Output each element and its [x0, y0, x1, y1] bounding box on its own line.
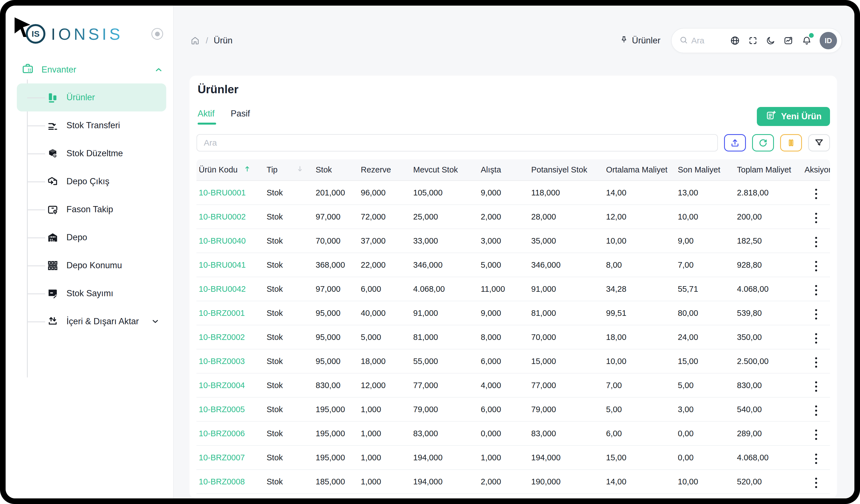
col-alista[interactable]: Alışta: [481, 159, 531, 181]
row-actions-kebab-icon[interactable]: [811, 210, 821, 226]
table-row[interactable]: 10-BRZ0008 Stok 185,000 1,000 194,000 2,…: [197, 470, 830, 494]
product-code-link[interactable]: 10-BRZ0007: [199, 453, 245, 462]
product-code-link[interactable]: 10-BRZ0004: [199, 381, 245, 390]
col-rezerve[interactable]: Rezerve: [361, 159, 413, 181]
table-row[interactable]: 10-BRZ0004 Stok 830,00 12,000 77,000 4,0…: [197, 373, 830, 397]
cell-potansiyel-stok: 35,000: [531, 229, 606, 253]
export-upload-button[interactable]: [724, 134, 746, 151]
table-search-input[interactable]: [197, 134, 718, 151]
row-actions-kebab-icon[interactable]: [811, 306, 821, 322]
dark-mode-moon-icon[interactable]: [765, 35, 776, 46]
activity-monitor-icon[interactable]: [783, 35, 794, 46]
cell-mevcut-stok: 77,000: [413, 373, 481, 397]
sidebar-collapse-toggle[interactable]: [152, 28, 163, 40]
sidebar-item-urunler[interactable]: Ürünler: [17, 84, 166, 112]
row-actions-kebab-icon[interactable]: [811, 379, 821, 395]
tab-aktif[interactable]: Aktif: [198, 109, 216, 124]
sidebar-item-stok-transferi[interactable]: Stok Transferi: [17, 112, 166, 139]
col-urun-kodu[interactable]: Ürün Kodu: [197, 159, 267, 181]
product-code-link[interactable]: 10-BRU0001: [199, 188, 246, 197]
cell-son-maliyet: 24,00: [678, 325, 737, 349]
cell-toplam-maliyet: 928,80: [737, 253, 804, 277]
row-actions-kebab-icon[interactable]: [811, 282, 821, 298]
table-row[interactable]: 10-BRZ0003 Stok 95,000 18,000 55,000 6,0…: [197, 349, 830, 373]
row-actions-kebab-icon[interactable]: [811, 258, 821, 274]
product-code-link[interactable]: 10-BRZ0002: [199, 332, 245, 342]
col-ortalama-maliyet[interactable]: Ortalama Maliyet: [606, 159, 678, 181]
table-row[interactable]: 10-BRZ0006 Stok 195,000 1,000 83,000 0,0…: [197, 421, 830, 445]
col-potansiyel-stok[interactable]: Potansiyel Stok: [531, 159, 606, 181]
fullscreen-icon[interactable]: [748, 35, 758, 46]
sidebar-item-depo-cikis[interactable]: Depo Çıkış: [17, 167, 166, 195]
product-code-link[interactable]: 10-BRU0040: [199, 236, 246, 245]
col-son-maliyet[interactable]: Son Maliyet: [678, 159, 737, 181]
cell-stok: 95,000: [316, 325, 361, 349]
col-toplam-maliyet[interactable]: Toplam Maliyet: [737, 159, 804, 181]
row-actions-kebab-icon[interactable]: [811, 355, 821, 370]
refresh-button[interactable]: [752, 134, 774, 151]
sidebar-section-envanter[interactable]: Envanter: [5, 60, 173, 79]
row-actions-kebab-icon[interactable]: [811, 451, 821, 467]
row-actions-kebab-icon[interactable]: [811, 403, 821, 419]
tab-pasif[interactable]: Pasif: [231, 109, 250, 124]
row-actions-kebab-icon[interactable]: [811, 330, 821, 346]
cell-ortalama-maliyet: 6,00: [606, 421, 678, 445]
cell-urun-kodu: 10-BRU0042: [197, 277, 267, 301]
sidebar-item-stok-sayimi[interactable]: Stok Sayımı: [17, 279, 166, 308]
product-code-link[interactable]: 10-BRZ0008: [199, 477, 245, 486]
product-code-link[interactable]: 10-BRU0041: [199, 261, 246, 269]
cell-alista: 1,000: [481, 445, 531, 470]
products-bars-icon: [46, 91, 59, 104]
row-actions-kebab-icon[interactable]: [811, 186, 821, 202]
product-code-link[interactable]: 10-BRU0002: [199, 212, 246, 221]
notifications-bell-icon[interactable]: [801, 35, 812, 46]
topbar-search-input[interactable]: [691, 36, 722, 45]
table-row[interactable]: 10-BRU0040 Stok 70,000 37,000 33,000 3,0…: [197, 229, 830, 253]
row-actions-kebab-icon[interactable]: [811, 475, 821, 491]
product-code-link[interactable]: 10-BRZ0001: [199, 309, 245, 317]
warehouse-out-icon: [46, 175, 59, 188]
cell-toplam-maliyet: 539,80: [737, 301, 804, 325]
table-row[interactable]: 10-BRZ0007 Stok 195,000 1,000 194,000 1,…: [197, 445, 830, 470]
cell-mevcut-stok: 105,000: [413, 181, 481, 205]
product-code-link[interactable]: 10-BRZ0006: [199, 429, 245, 438]
user-avatar[interactable]: ID: [820, 32, 837, 49]
columns-button[interactable]: [780, 134, 802, 151]
sidebar-item-fason-takip[interactable]: Fason Takip: [17, 195, 166, 223]
table-row[interactable]: 10-BRZ0002 Stok 95,000 5,000 81,000 8,00…: [197, 325, 830, 349]
cell-alista: 6,000: [481, 397, 531, 421]
table-header: Ürün Kodu Tip: [197, 159, 830, 181]
home-icon[interactable]: [190, 35, 200, 46]
col-stok[interactable]: Stok: [316, 159, 361, 181]
product-code-link[interactable]: 10-BRU0042: [199, 284, 246, 294]
table-row[interactable]: 10-BRZ0005 Stok 195,000 1,000 79,000 6,0…: [197, 397, 830, 421]
row-actions-kebab-icon[interactable]: [811, 427, 821, 443]
search-icon: [679, 35, 688, 46]
sidebar-item-iceri-disari-aktar[interactable]: İçeri & Dışarı Aktar: [17, 308, 166, 336]
table-row[interactable]: 10-BRU0041 Stok 368,000 22,000 346,000 5…: [197, 253, 830, 277]
table-row[interactable]: 10-BRU0002 Stok 97,000 72,000 25,000 2,0…: [197, 205, 830, 229]
cell-stok: 201,000: [316, 181, 361, 205]
pinned-page[interactable]: Ürünler: [619, 35, 660, 46]
table-row[interactable]: 10-BRZ0001 Stok 95,000 40,000 91,000 9,0…: [197, 301, 830, 325]
table-row[interactable]: 10-BRU0001 Stok 201,000 96,000 105,000 9…: [197, 181, 830, 205]
cell-urun-kodu: 10-BRZ0007: [197, 445, 267, 470]
new-product-button[interactable]: Yeni Ürün: [757, 107, 830, 126]
cell-stok: 195,000: [316, 421, 361, 445]
cell-urun-kodu: 10-BRU0002: [197, 205, 267, 229]
filter-button[interactable]: [808, 134, 830, 151]
device-frame: IS IONSIS Envanter: [0, 0, 860, 504]
col-mevcut-stok[interactable]: Mevcut Stok: [413, 159, 481, 181]
sidebar-item-depo-konumu[interactable]: Depo Konumu: [17, 251, 166, 279]
col-tip[interactable]: Tip: [267, 159, 316, 181]
breadcrumb-page[interactable]: Ürün: [214, 35, 232, 46]
sidebar-item-stok-duzeltme[interactable]: Stok Düzeltme: [17, 139, 166, 167]
product-code-link[interactable]: 10-BRZ0005: [199, 405, 245, 414]
row-actions-kebab-icon[interactable]: [811, 234, 821, 250]
language-globe-icon[interactable]: [730, 35, 740, 46]
cell-potansiyel-stok: 346,000: [531, 253, 606, 277]
product-code-link[interactable]: 10-BRZ0003: [199, 357, 245, 366]
sidebar-item-depo[interactable]: Depo: [17, 223, 166, 251]
table-row[interactable]: 10-BRU0042 Stok 97,000 6,000 4.068,00 11…: [197, 277, 830, 301]
cell-ortalama-maliyet: 34,28: [606, 277, 678, 301]
